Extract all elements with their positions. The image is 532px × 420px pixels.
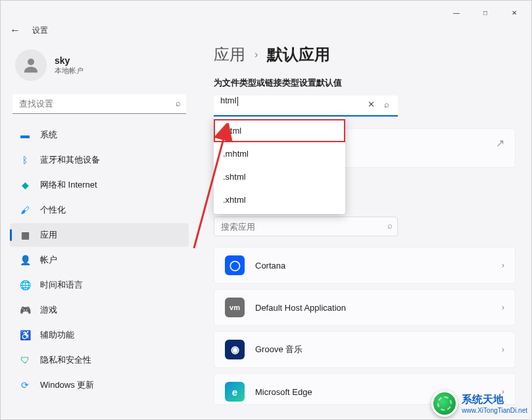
chevron-right-icon: › (502, 345, 504, 354)
nav-label: Windows 更新 (40, 379, 94, 391)
chevron-right-icon: › (502, 261, 504, 270)
breadcrumb-root[interactable]: 应用 (214, 44, 245, 65)
person-icon: 👤 (19, 254, 31, 266)
dropdown-item-html[interactable]: .html (214, 119, 345, 142)
brush-icon: 🖌 (19, 204, 31, 216)
section-heading: 为文件类型或链接类型设置默认值 (214, 77, 516, 89)
breadcrumb: 应用 › 默认应用 (214, 44, 516, 65)
accessibility-icon: ♿ (19, 329, 31, 341)
nav-label: 蓝牙和其他设备 (40, 154, 100, 166)
nav-bluetooth[interactable]: ᛒ蓝牙和其他设备 (10, 148, 189, 172)
header-row: ← 设置 (1, 24, 531, 39)
window-title: 设置 (32, 25, 48, 36)
window-close-button[interactable]: ✕ (500, 3, 529, 22)
sidebar-search[interactable]: ⌕ (12, 94, 186, 114)
open-external-icon: ↗ (496, 137, 504, 149)
watermark-url: www.XiTongTianDi.net (462, 407, 527, 414)
nav-update[interactable]: ⟳Windows 更新 (10, 373, 189, 397)
nav-label: 网络和 Internet (40, 179, 97, 191)
window-maximize-button[interactable]: □ (471, 3, 500, 22)
content: 应用 › 默认应用 为文件类型或链接类型设置默认值 html ✕ ⌕ .html… (198, 39, 531, 419)
nav-label: 系统 (40, 129, 57, 141)
search-icon[interactable]: ⌕ (381, 99, 393, 109)
groove-icon: ◉ (225, 340, 245, 359)
nav-label: 隐私和安全性 (40, 354, 91, 366)
sync-icon: ⟳ (19, 379, 31, 391)
nav-list: ▬系统 ᛒ蓝牙和其他设备 ◆网络和 Internet 🖌个性化 ▦应用 👤帐户 … (10, 123, 189, 397)
titlebar: — □ ✕ (1, 1, 531, 24)
nav-system[interactable]: ▬系统 (10, 123, 189, 147)
person-icon (21, 55, 41, 75)
nav-accounts[interactable]: 👤帐户 (10, 248, 189, 272)
clear-icon[interactable]: ✕ (365, 99, 377, 109)
nav-label: 个性化 (40, 204, 66, 216)
user-name: sky (55, 55, 84, 66)
nav-privacy[interactable]: 🛡隐私和安全性 (10, 348, 189, 372)
search-icon: ⌕ (387, 221, 393, 230)
filetype-search[interactable]: html ✕ ⌕ .html .mhtml .shtml .xhtml (214, 95, 398, 117)
sidebar-search-input[interactable] (12, 94, 186, 114)
app-row-default-host[interactable]: vm Default Host Application › (214, 289, 516, 326)
gamepad-icon: 🎮 (19, 304, 31, 316)
dropdown-item-xhtml[interactable]: .xhtml (214, 188, 345, 211)
app-search[interactable]: ⌕ (214, 217, 398, 236)
back-button[interactable]: ← (10, 24, 20, 36)
dropdown-item-shtml[interactable]: .shtml (214, 165, 345, 188)
nav-label: 时间和语言 (40, 279, 83, 291)
app-list: ◯ Cortana › vm Default Host Application … (214, 247, 516, 405)
nav-label: 帐户 (40, 254, 57, 266)
nav-gaming[interactable]: 🎮游戏 (10, 298, 189, 322)
sidebar: sky 本地帐户 ⌕ ▬系统 ᛒ蓝牙和其他设备 ◆网络和 Internet 🖌个… (1, 39, 198, 419)
filetype-dropdown: .html .mhtml .shtml .xhtml (214, 117, 345, 214)
svg-point-0 (28, 59, 34, 65)
app-row-cortana[interactable]: ◯ Cortana › (214, 247, 516, 284)
nav-personalize[interactable]: 🖌个性化 (10, 198, 189, 222)
nav-label: 应用 (40, 229, 57, 241)
app-row-groove[interactable]: ◉ Groove 音乐 › (214, 331, 516, 368)
search-icon: ⌕ (176, 98, 181, 108)
user-card[interactable]: sky 本地帐户 (10, 45, 189, 90)
nav-network[interactable]: ◆网络和 Internet (10, 173, 189, 197)
window-minimize-button[interactable]: — (442, 3, 471, 22)
wifi-icon: ◆ (19, 179, 31, 191)
globe-icon: 🌐 (19, 279, 31, 291)
user-subtitle: 本地帐户 (55, 66, 84, 76)
watermark-title: 系统天地 (462, 394, 504, 405)
app-label: Default Host Application (255, 303, 491, 313)
nav-label: 游戏 (40, 304, 57, 316)
avatar (15, 49, 47, 81)
app-search-input[interactable] (214, 217, 398, 236)
chevron-right-icon: › (502, 303, 504, 312)
watermark-badge-icon (431, 390, 458, 417)
app-label: Groove 音乐 (255, 344, 491, 355)
nav-time[interactable]: 🌐时间和语言 (10, 273, 189, 297)
apps-icon: ▦ (19, 229, 31, 241)
edge-icon: e (225, 382, 245, 402)
filetype-search-value: html (220, 95, 237, 105)
display-icon: ▬ (19, 129, 31, 141)
shield-icon: 🛡 (19, 354, 31, 366)
watermark: 系统天地 www.XiTongTianDi.net (431, 390, 527, 417)
app-label: Cortana (255, 261, 491, 271)
dropdown-item-mhtml[interactable]: .mhtml (214, 142, 345, 165)
breadcrumb-current: 默认应用 (267, 44, 330, 65)
nav-apps[interactable]: ▦应用 (10, 223, 189, 247)
vm-icon: vm (225, 298, 245, 317)
nav-label: 辅助功能 (40, 329, 74, 341)
bluetooth-icon: ᛒ (19, 154, 31, 166)
chevron-right-icon: › (254, 49, 258, 61)
nav-accessibility[interactable]: ♿辅助功能 (10, 323, 189, 347)
cortana-icon: ◯ (225, 255, 245, 275)
